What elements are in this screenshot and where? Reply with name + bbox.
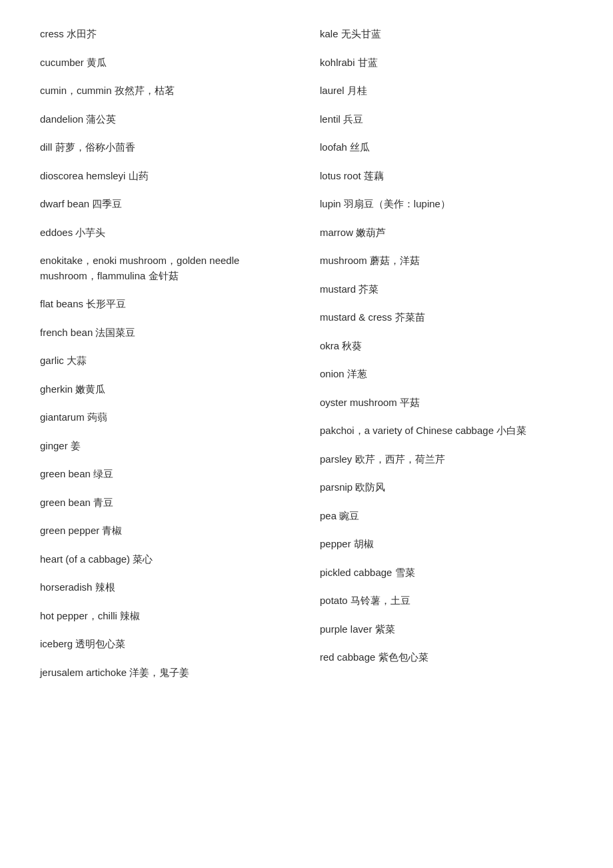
list-item: parsley 欧芹，西芹，荷兰芹 — [320, 452, 573, 467]
right-column: kale 无头甘蓝kohlrabi 甘蓝laurel 月桂lentil 兵豆lo… — [320, 27, 573, 693]
list-item: horseradish 辣根 — [40, 580, 293, 595]
list-item: flat beans 长形平豆 — [40, 297, 293, 312]
list-item: marrow 嫩葫芦 — [320, 225, 573, 241]
list-item: red cabbage 紫色包心菜 — [320, 650, 573, 665]
list-item: okra 秋葵 — [320, 339, 573, 354]
list-item: laurel 月桂 — [320, 83, 573, 99]
list-item: cress 水田芥 — [40, 27, 293, 42]
list-item: pakchoi，a variety of Chinese cabbage 小白菜 — [320, 423, 573, 439]
list-item: garlic 大蒜 — [40, 353, 293, 369]
list-item: dwarf bean 四季豆 — [40, 197, 293, 212]
list-item: enokitake，enoki mushroom，golden needle m… — [40, 253, 293, 283]
list-item: oyster mushroom 平菇 — [320, 395, 573, 411]
list-item: purple laver 紫菜 — [320, 622, 573, 637]
list-item: iceberg 透明包心菜 — [40, 637, 293, 652]
list-item: dill 莳萝，俗称小茴香 — [40, 140, 293, 155]
list-item: onion 洋葱 — [320, 367, 573, 382]
list-item: cucumber 黄瓜 — [40, 55, 293, 71]
list-item: kale 无头甘蓝 — [320, 27, 573, 42]
list-item: dandelion 蒲公英 — [40, 112, 293, 127]
list-item: pepper 胡椒 — [320, 537, 573, 552]
main-content: cress 水田芥cucumber 黄瓜cumin，cummin 孜然芹，枯茗d… — [40, 27, 573, 693]
list-item: pea 豌豆 — [320, 509, 573, 524]
list-item: green bean 绿豆 — [40, 467, 293, 482]
list-item: green pepper 青椒 — [40, 523, 293, 539]
list-item: mustard 芥菜 — [320, 282, 573, 297]
list-item: cumin，cummin 孜然芹，枯茗 — [40, 83, 293, 99]
list-item: parsnip 欧防风 — [320, 480, 573, 495]
list-item: mushroom 蘑菇，洋菇 — [320, 253, 573, 269]
list-item: mustard & cress 芥菜苗 — [320, 310, 573, 325]
list-item: ginger 姜 — [40, 439, 293, 454]
list-item: pickled cabbage 雪菜 — [320, 565, 573, 581]
list-item: lupin 羽扇豆（美作：lupine） — [320, 197, 573, 212]
list-item: loofah 丝瓜 — [320, 140, 573, 155]
list-item: giantarum 蒟蒻 — [40, 410, 293, 425]
list-item: lentil 兵豆 — [320, 112, 573, 127]
list-item: kohlrabi 甘蓝 — [320, 55, 573, 71]
list-item: heart (of a cabbage) 菜心 — [40, 552, 293, 567]
list-item: potato 马铃薯，土豆 — [320, 593, 573, 609]
list-item: jerusalem artichoke 洋姜，鬼子姜 — [40, 665, 293, 681]
list-item: lotus root 莲藕 — [320, 169, 573, 184]
list-item: eddoes 小芋头 — [40, 225, 293, 241]
left-column: cress 水田芥cucumber 黄瓜cumin，cummin 孜然芹，枯茗d… — [40, 27, 293, 693]
list-item: hot pepper，chilli 辣椒 — [40, 609, 293, 624]
list-item: dioscorea hemsleyi 山药 — [40, 169, 293, 184]
list-item: gherkin 嫩黄瓜 — [40, 382, 293, 397]
list-item: green bean 青豆 — [40, 495, 293, 511]
list-item: french bean 法国菜豆 — [40, 325, 293, 341]
